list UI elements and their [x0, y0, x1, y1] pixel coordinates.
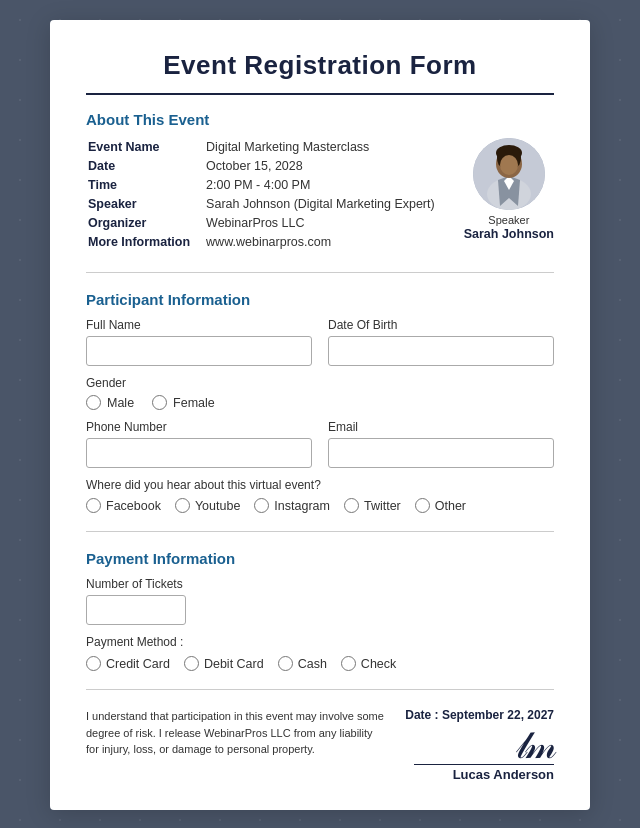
speaker-photo: [473, 138, 545, 210]
hear-about-option-other[interactable]: Other: [415, 498, 466, 513]
hear-about-text-youtube: Youtube: [195, 499, 240, 513]
tickets-group: Number of Tickets: [86, 577, 554, 625]
payment-method-option-cash[interactable]: Cash: [278, 656, 327, 671]
participant-section-title: Participant Information: [86, 291, 554, 308]
full-name-group: Full Name: [86, 318, 312, 366]
phone-label: Phone Number: [86, 420, 312, 434]
hear-about-radio-other[interactable]: [415, 498, 430, 513]
payment-method-text-check: Check: [361, 657, 396, 671]
gender-male-label[interactable]: Male: [86, 395, 134, 410]
gender-female-radio[interactable]: [152, 395, 167, 410]
payment-divider: [86, 689, 554, 690]
tickets-label: Number of Tickets: [86, 577, 554, 591]
hear-about-radio-group: FacebookYoutubeInstagramTwitterOther: [86, 498, 554, 513]
signature-date: Date : September 22, 2027: [405, 708, 554, 722]
signature-name: Lucas Anderson: [453, 767, 554, 782]
dob-group: Date Of Birth: [328, 318, 554, 366]
about-section-title: About This Event: [86, 111, 554, 128]
payment-method-radio-check[interactable]: [341, 656, 356, 671]
title-divider: [86, 93, 554, 95]
hear-about-radio-facebook[interactable]: [86, 498, 101, 513]
gender-label: Gender: [86, 376, 554, 390]
event-info-row: Event NameDigital Marketing Masterclass: [88, 140, 435, 157]
gender-male-text: Male: [107, 396, 134, 410]
signature-line: [414, 764, 554, 765]
phone-email-row: Phone Number Email: [86, 420, 554, 468]
event-info-row: SpeakerSarah Johnson (Digital Marketing …: [88, 197, 435, 214]
participant-divider: [86, 531, 554, 532]
svg-point-9: [500, 155, 518, 175]
gender-radio-group: Male Female: [86, 395, 554, 410]
hear-about-option-twitter[interactable]: Twitter: [344, 498, 401, 513]
name-dob-row: Full Name Date Of Birth: [86, 318, 554, 366]
email-input[interactable]: [328, 438, 554, 468]
hear-about-text-instagram: Instagram: [274, 499, 330, 513]
payment-method-radio-cash[interactable]: [278, 656, 293, 671]
payment-section-title: Payment Information: [86, 550, 554, 567]
event-info-row: More Informationwww.webinarpros.com: [88, 235, 435, 252]
hear-about-radio-youtube[interactable]: [175, 498, 190, 513]
payment-method-label: Payment Method :: [86, 635, 554, 649]
hear-about-text-other: Other: [435, 499, 466, 513]
phone-input[interactable]: [86, 438, 312, 468]
hear-about-radio-twitter[interactable]: [344, 498, 359, 513]
payment-method-option-check[interactable]: Check: [341, 656, 396, 671]
full-name-input[interactable]: [86, 336, 312, 366]
payment-method-row: Credit CardDebit CardCashCheck: [86, 656, 554, 671]
dob-input[interactable]: [328, 336, 554, 366]
gender-female-label[interactable]: Female: [152, 395, 215, 410]
event-info-row: DateOctober 15, 2028: [88, 159, 435, 176]
event-info-table: Event NameDigital Marketing MasterclassD…: [86, 138, 437, 254]
payment-method-text-debit-card: Debit Card: [204, 657, 264, 671]
payment-method-option-debit-card[interactable]: Debit Card: [184, 656, 264, 671]
speaker-label: Speaker: [488, 214, 529, 226]
hear-about-text-twitter: Twitter: [364, 499, 401, 513]
speaker-name: Sarah Johnson: [464, 227, 554, 241]
event-info-row: OrganizerWebinarPros LLC: [88, 216, 435, 233]
about-section: About This Event Event NameDigital Marke…: [86, 111, 554, 254]
hear-about-option-instagram[interactable]: Instagram: [254, 498, 330, 513]
signature-image: 𝓁𝓂: [516, 726, 554, 764]
payment-method-text-cash: Cash: [298, 657, 327, 671]
payment-section: Payment Information Number of Tickets Pa…: [86, 550, 554, 671]
hear-about-radio-instagram[interactable]: [254, 498, 269, 513]
hear-label: Where did you hear about this virtual ev…: [86, 478, 554, 492]
disclaimer-text: I understand that participation in this …: [86, 708, 386, 758]
payment-method-radio-credit-card[interactable]: [86, 656, 101, 671]
about-divider: [86, 272, 554, 273]
full-name-label: Full Name: [86, 318, 312, 332]
speaker-block: Speaker Sarah Johnson: [464, 138, 554, 241]
hear-about-option-facebook[interactable]: Facebook: [86, 498, 161, 513]
form-title: Event Registration Form: [86, 50, 554, 81]
payment-method-radio-debit-card[interactable]: [184, 656, 199, 671]
event-info-wrapper: Event NameDigital Marketing MasterclassD…: [86, 138, 554, 254]
gender-male-radio[interactable]: [86, 395, 101, 410]
signature-block: Date : September 22, 2027 𝓁𝓂 Lucas Ander…: [394, 708, 554, 782]
hear-about-text-facebook: Facebook: [106, 499, 161, 513]
participant-section: Participant Information Full Name Date O…: [86, 291, 554, 513]
tickets-input[interactable]: [86, 595, 186, 625]
footer-section: I understand that participation in this …: [86, 708, 554, 782]
payment-method-option-credit-card[interactable]: Credit Card: [86, 656, 170, 671]
event-info-row: Time2:00 PM - 4:00 PM: [88, 178, 435, 195]
hear-about-option-youtube[interactable]: Youtube: [175, 498, 240, 513]
form-card: Event Registration Form About This Event…: [50, 20, 590, 810]
gender-female-text: Female: [173, 396, 215, 410]
email-group: Email: [328, 420, 554, 468]
dob-label: Date Of Birth: [328, 318, 554, 332]
phone-group: Phone Number: [86, 420, 312, 468]
email-label: Email: [328, 420, 554, 434]
payment-method-text-credit-card: Credit Card: [106, 657, 170, 671]
